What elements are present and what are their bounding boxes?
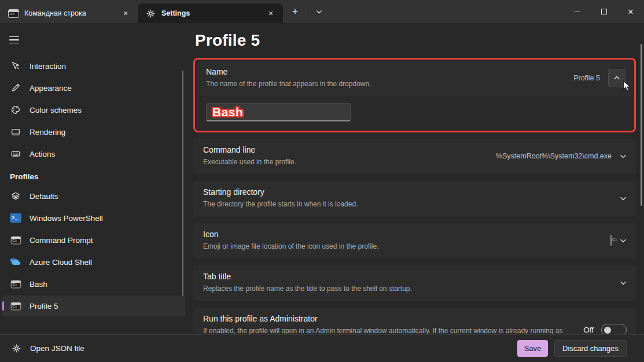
gear-icon [10,343,22,354]
toggle-state-label: Off [583,326,594,334]
discard-changes-button[interactable]: Discard changes [554,340,627,357]
page-title: Profile 5 [195,31,636,50]
setting-description: The name of the profile that appears in … [206,79,566,89]
chevron-down-icon[interactable] [620,153,627,160]
sidebar-item-label: Windows PowerShell [30,214,103,223]
sidebar-item-command-prompt[interactable]: Command Prompt [2,230,185,250]
divider [307,7,307,16]
profile-name-input[interactable]: Bash [206,103,351,121]
setting-description: Replaces the profile name as the title t… [203,284,613,294]
cursor-click-icon [10,60,21,72]
name-expander-header[interactable]: Name The name of the profile that appear… [196,61,633,97]
chevron-down-icon[interactable] [620,195,627,202]
tab-label: Командная строка [24,9,114,17]
tab-command-prompt[interactable]: Командная строка ✕ [1,3,138,23]
setting-description: The directory the profile starts in when… [203,200,613,209]
setting-label: Command line [203,145,489,154]
sidebar-item-windows-powershell[interactable]: >_ Windows PowerShell [2,208,185,228]
setting-label: Tab title [203,272,613,281]
starting-directory-setting-card[interactable]: Starting directory The directory the pro… [193,181,636,216]
setting-description: Emoji or image file location of the icon… [203,242,603,252]
sidebar-item-label: Defaults [30,192,58,201]
keyboard-icon [10,148,21,160]
setting-label: Icon [203,230,603,239]
command-line-setting-card[interactable]: Command line Executable used in the prof… [193,139,636,174]
sidebar-item-label: Bash [30,280,47,289]
name-expander-body: Bash [196,97,633,130]
annotation-highlight-box: Name The name of the profile that appear… [193,58,636,132]
typed-text-annotation: Bash [212,105,243,119]
sidebar-item-defaults[interactable]: Defaults [2,186,185,206]
sidebar-item-color-schemes[interactable]: Color schemes [2,99,185,120]
pen-icon [10,82,21,94]
sidebar-item-appearance[interactable]: Appearance [2,77,185,98]
sidebar-item-label: Color schemes [30,106,82,114]
layers-icon [10,190,21,202]
tab-label: Settings [161,9,259,17]
setting-description: Executable used in the profile. [203,157,489,167]
hamburger-menu-button[interactable] [5,30,27,50]
palette-icon [10,104,21,116]
maximize-button[interactable] [591,0,617,23]
setting-value: Profile 5 [573,74,600,82]
new-tab-button[interactable]: + [286,3,304,20]
cmd-icon [10,278,21,290]
close-tab-icon[interactable]: ✕ [119,7,132,20]
tab-dropdown-button[interactable] [310,3,327,20]
chevron-down-icon[interactable] [620,237,627,244]
save-button[interactable]: Save [517,340,548,357]
content-scrollbar[interactable] [641,44,642,206]
sidebar-item-rendering[interactable]: Rendering [2,121,185,142]
sidebar-item-bash[interactable]: Bash [2,274,185,294]
powershell-icon: >_ [10,212,21,224]
toggle-knob [604,327,611,334]
setting-label: Starting directory [203,187,613,197]
cmd-icon [10,234,21,246]
sidebar-item-profile-5[interactable]: Profile 5 [2,295,185,316]
sidebar-item-azure-cloud-shell[interactable]: Azure Cloud Shell [2,252,185,272]
azure-cloud-icon [10,256,21,268]
name-setting-card: Name The name of the profile that appear… [196,61,633,130]
sidebar-item-actions[interactable]: Actions [2,143,185,164]
setting-label: Name [206,67,566,76]
profile-icon-preview [610,235,612,246]
windows-terminal-settings-window: Командная строка ✕ Settings ✕ + ✕ [0,0,644,362]
setting-value: %SystemRoot%\System32\cmd.exe [496,152,612,160]
sidebar-item-interaction[interactable]: Interaction [2,56,185,76]
cmd-icon [8,9,19,18]
chevron-down-icon[interactable] [620,279,627,286]
settings-sidebar: Interaction Appearance [0,23,192,334]
open-json-file-button[interactable]: Open JSON file [9,343,84,354]
sidebar-item-label: Interaction [30,62,66,71]
sidebar-item-label: Appearance [30,84,72,93]
sidebar-scrollbar[interactable] [182,71,183,296]
sidebar-item-label: Rendering [30,128,65,136]
cmd-icon [10,300,21,312]
open-json-file-label: Open JSON file [30,344,84,353]
sidebar-item-label: Command Prompt [30,236,93,245]
gear-icon [145,8,156,19]
profiles-section-header: Profiles [10,172,192,181]
titlebar: Командная строка ✕ Settings ✕ + ✕ [0,0,644,23]
sidebar-item-label: Actions [30,150,55,158]
sidebar-item-label: Azure Cloud Shell [30,258,92,267]
monitor-icon [10,126,21,138]
setting-label: Run this profile as Administrator [203,314,576,323]
minimize-button[interactable] [564,0,591,23]
mouse-cursor [623,80,631,93]
tab-title-setting-card[interactable]: Tab title Replaces the profile name as t… [193,265,636,301]
footer-bar: Open JSON file Save Discard changes [0,334,644,362]
settings-content: Profile 5 Name The name of the profile t… [192,23,644,334]
sidebar-item-label: Profile 5 [30,302,58,311]
close-tab-icon[interactable]: ✕ [264,7,277,20]
close-window-button[interactable]: ✕ [617,0,644,23]
tab-settings[interactable]: Settings ✕ [138,3,283,23]
icon-setting-card[interactable]: Icon Emoji or image file location of the… [193,223,636,258]
